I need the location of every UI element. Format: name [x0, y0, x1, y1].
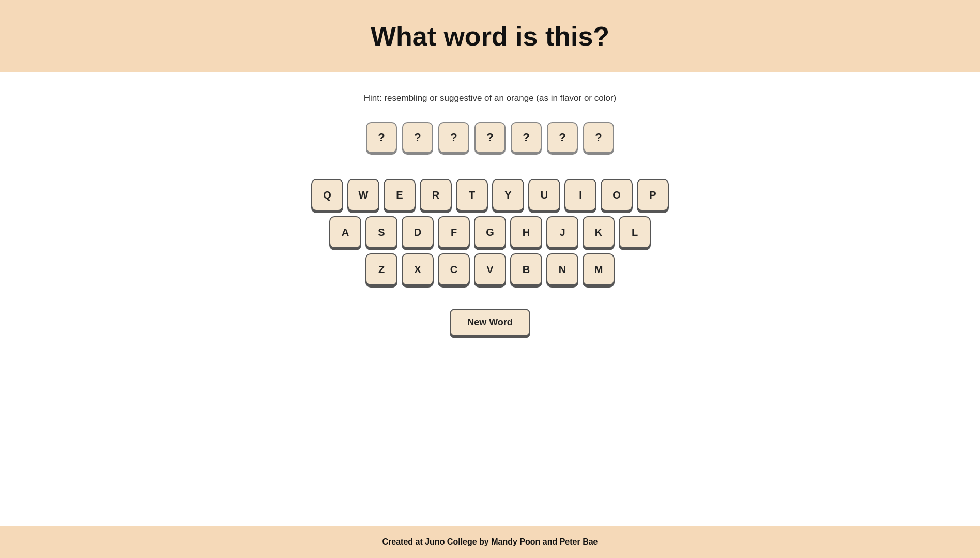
key-m[interactable]: M [583, 253, 615, 285]
key-z[interactable]: Z [365, 253, 397, 285]
key-x[interactable]: X [402, 253, 434, 285]
keyboard-row-2: A S D F G H J K L [329, 216, 651, 248]
keyboard: Q W E R T Y U I O P A S D F G H J K L Z … [311, 179, 669, 285]
hint-text: Hint: resembling or suggestive of an ora… [364, 93, 617, 103]
key-g[interactable]: G [474, 216, 506, 248]
key-u[interactable]: U [528, 179, 560, 211]
word-tile-3: ? [438, 122, 469, 153]
key-y[interactable]: Y [492, 179, 524, 211]
main-content: Hint: resembling or suggestive of an ora… [0, 72, 980, 526]
keyboard-row-3: Z X C V B N M [365, 253, 615, 285]
key-d[interactable]: D [402, 216, 434, 248]
keyboard-row-1: Q W E R T Y U I O P [311, 179, 669, 211]
page-title: What word is this? [0, 21, 980, 52]
key-n[interactable]: N [546, 253, 578, 285]
key-c[interactable]: C [438, 253, 470, 285]
key-r[interactable]: R [420, 179, 452, 211]
key-j[interactable]: J [546, 216, 578, 248]
key-t[interactable]: T [456, 179, 488, 211]
page-header: What word is this? [0, 0, 980, 72]
key-i[interactable]: I [564, 179, 596, 211]
word-tile-2: ? [402, 122, 433, 153]
word-tile-7: ? [583, 122, 614, 153]
new-word-button[interactable]: New Word [450, 309, 530, 336]
key-h[interactable]: H [510, 216, 542, 248]
footer-text: Created at Juno College by Mandy Poon an… [0, 537, 980, 547]
key-f[interactable]: F [438, 216, 470, 248]
word-tiles-container: ? ? ? ? ? ? ? [366, 122, 614, 153]
word-tile-1: ? [366, 122, 397, 153]
key-k[interactable]: K [583, 216, 615, 248]
key-l[interactable]: L [619, 216, 651, 248]
key-v[interactable]: V [474, 253, 506, 285]
word-tile-6: ? [547, 122, 578, 153]
word-tile-5: ? [511, 122, 542, 153]
key-w[interactable]: W [347, 179, 379, 211]
key-p[interactable]: P [637, 179, 669, 211]
key-e[interactable]: E [384, 179, 416, 211]
key-a[interactable]: A [329, 216, 361, 248]
word-tile-4: ? [474, 122, 506, 153]
key-q[interactable]: Q [311, 179, 343, 211]
key-b[interactable]: B [510, 253, 542, 285]
key-o[interactable]: O [601, 179, 633, 211]
page-footer: Created at Juno College by Mandy Poon an… [0, 526, 980, 558]
key-s[interactable]: S [365, 216, 397, 248]
